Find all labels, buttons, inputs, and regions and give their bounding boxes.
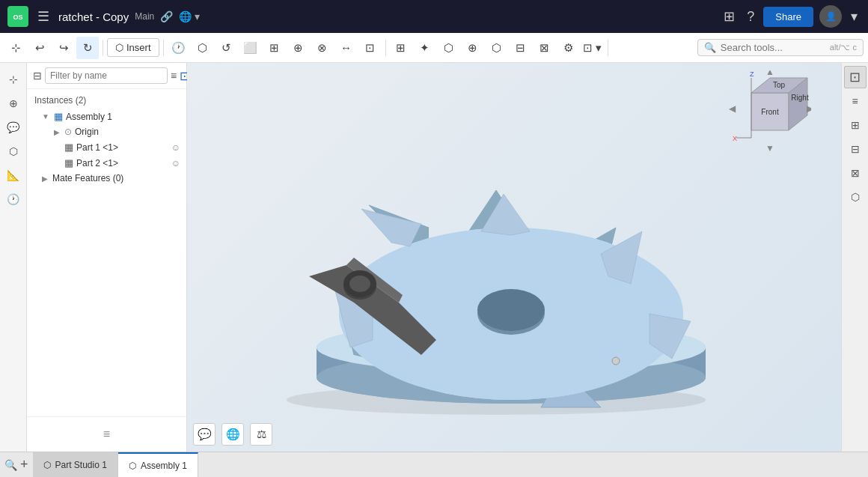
svg-text:▶: ▶ xyxy=(807,103,812,114)
svg-text:▲: ▲ xyxy=(765,70,774,77)
tool3[interactable]: ⬜ xyxy=(239,37,262,59)
search-box: 🔍 alt/⌥ c xyxy=(697,39,864,56)
left-tool-select[interactable]: ⊹ xyxy=(3,69,24,90)
tree-arrow-mate: ▶ xyxy=(42,174,48,183)
link-icon[interactable]: 🔗 xyxy=(160,10,173,22)
right-tool-3[interactable]: ⊞ xyxy=(844,114,867,136)
document-tag: Main xyxy=(135,11,154,22)
tree-item-origin[interactable]: ▶ ⊙ Origin xyxy=(27,124,186,139)
tab-part-studio[interactable]: ⬡ Part Studio 1 xyxy=(33,452,118,477)
search-icon: 🔍 xyxy=(704,42,716,53)
canvas-icon-1[interactable]: 💬 xyxy=(193,423,216,446)
tool14[interactable]: ⊟ xyxy=(510,37,532,59)
tool11[interactable]: ⬡ xyxy=(438,37,460,59)
time-icon[interactable]: 🕐 xyxy=(168,37,190,59)
tool4[interactable]: ⊞ xyxy=(263,37,286,59)
left-tool-comment[interactable]: 💬 xyxy=(3,117,24,138)
topbar: OS ☰ ratchet - Copy Main 🔗 🌐 ▾ ⊞ ? Share… xyxy=(0,0,868,33)
toolbar: ⊹ ↩ ↪ ↻ ⬡ Insert 🕐 ⬡ ↺ ⬜ ⊞ ⊕ ⊗ ↔ ⊡ ⊞ ✦ ⬡… xyxy=(0,33,868,63)
undo-button[interactable]: ↩ xyxy=(28,37,51,59)
sidebar-bottom-icon[interactable]: ≡ xyxy=(96,423,118,446)
canvas-icon-2[interactable]: 🌐 xyxy=(221,423,244,446)
origin-icon: ⊙ xyxy=(64,127,72,137)
tool13[interactable]: ⬡ xyxy=(486,37,508,59)
search-input[interactable] xyxy=(721,42,825,53)
sidebar-bottom: ≡ xyxy=(27,416,186,452)
tool7[interactable]: ↔ xyxy=(335,37,358,59)
separator-3 xyxy=(385,40,386,56)
separator-4 xyxy=(608,40,608,56)
tool2[interactable]: ↺ xyxy=(216,37,238,59)
svg-point-36 xyxy=(477,289,545,331)
sidebar-content: Instances (2) ▼ ▦ Assembly 1 ▶ ⊙ Origin … xyxy=(27,89,186,416)
right-tool-2[interactable]: ≡ xyxy=(844,90,867,112)
tab-left-icons: 🔍 + xyxy=(0,452,33,477)
grid-icon[interactable]: ⊞ xyxy=(721,5,738,28)
tab-part-studio-icon: ⬡ xyxy=(43,460,51,470)
tree-item-part2[interactable]: ▦ Part 2 <1> ☺ xyxy=(27,155,186,171)
svg-text:▼: ▼ xyxy=(765,143,774,153)
filter-icon[interactable]: ⊟ xyxy=(33,70,42,82)
select-tool[interactable]: ⊹ xyxy=(4,37,27,59)
left-tool-measure[interactable]: 📐 xyxy=(3,165,24,186)
tool15[interactable]: ⊠ xyxy=(534,37,556,59)
tool10[interactable]: ✦ xyxy=(414,37,436,59)
onshape-logo[interactable]: OS xyxy=(7,6,28,27)
canvas-bottom-icons: 💬 🌐 ⚖ xyxy=(193,423,272,446)
svg-point-46 xyxy=(349,276,370,292)
tree-arrow-origin: ▶ xyxy=(54,128,60,136)
tab-part-studio-label: Part Studio 1 xyxy=(55,460,107,470)
tree-item-mate-features[interactable]: ▶ Mate Features (0) xyxy=(27,171,186,186)
help-icon[interactable]: ? xyxy=(744,6,757,28)
tool16[interactable]: ⚙ xyxy=(557,37,580,59)
tab-add-icon[interactable]: + xyxy=(20,457,28,473)
document-title: ratchet - Copy xyxy=(58,10,129,23)
tree-item-assembly1[interactable]: ▼ ▦ Assembly 1 xyxy=(27,109,186,124)
left-tool-history[interactable]: 🕐 xyxy=(3,189,24,210)
insert-button[interactable]: ⬡ Insert xyxy=(107,38,159,57)
tool5[interactable]: ⊕ xyxy=(287,37,310,59)
part1-person-icon: ☺ xyxy=(171,142,180,153)
redo-button[interactable]: ↪ xyxy=(52,37,75,59)
instances-label: Instances (2) xyxy=(27,92,186,109)
menu-icon[interactable]: ☰ xyxy=(37,8,49,25)
canvas-area[interactable]: Front Top Right X Z ▲ ▼ ◀ ▶ xyxy=(187,63,841,452)
svg-point-47 xyxy=(612,357,620,365)
tab-search-icon[interactable]: 🔍 xyxy=(4,459,17,471)
canvas-icon-3[interactable]: ⚖ xyxy=(250,423,272,446)
list-icon[interactable]: ≡ xyxy=(171,70,177,82)
part2-person-icon: ☺ xyxy=(171,158,180,168)
right-tool-6[interactable]: ⬡ xyxy=(844,186,867,208)
globe-icon[interactable]: 🌐 ▾ xyxy=(179,10,200,22)
3d-model xyxy=(234,85,743,430)
assembly-icon: ▦ xyxy=(54,111,63,122)
tree-arrow-assembly1: ▼ xyxy=(42,112,49,121)
tool17[interactable]: ⊡ ▾ xyxy=(581,37,604,59)
tool6[interactable]: ⊗ xyxy=(311,37,334,59)
svg-text:Z: Z xyxy=(750,70,754,78)
sync-button[interactable]: ↻ xyxy=(76,37,99,59)
avatar[interactable]: 👤 xyxy=(819,5,842,28)
right-tool-5[interactable]: ⊠ xyxy=(844,162,867,184)
insert-icon: ⬡ xyxy=(115,42,123,53)
svg-text:OS: OS xyxy=(13,13,22,21)
tree-item-part1[interactable]: ▦ Part 1 <1> ☺ xyxy=(27,139,186,155)
part1-label: Part 1 <1> xyxy=(76,142,118,153)
part1-icon: ▦ xyxy=(64,142,73,153)
tab-assembly[interactable]: ⬡ Assembly 1 xyxy=(118,452,198,477)
search-shortcut: alt/⌥ c xyxy=(830,43,857,52)
tool8[interactable]: ⊡ xyxy=(359,37,382,59)
tool1[interactable]: ⬡ xyxy=(192,37,214,59)
left-tool-add[interactable]: ⊕ xyxy=(3,93,24,114)
origin-label: Origin xyxy=(75,127,99,137)
tool12[interactable]: ⊕ xyxy=(462,37,484,59)
left-tool-parts[interactable]: ⬡ xyxy=(3,141,24,162)
right-tool-1[interactable]: ⊡ xyxy=(844,66,867,88)
tool9[interactable]: ⊞ xyxy=(390,37,412,59)
account-chevron[interactable]: ▾ xyxy=(848,5,861,28)
filter-input[interactable] xyxy=(45,67,168,84)
separator-2 xyxy=(163,40,164,56)
tab-assembly-label: Assembly 1 xyxy=(141,461,187,471)
share-button[interactable]: Share xyxy=(763,7,813,27)
right-tool-4[interactable]: ⊟ xyxy=(844,138,867,160)
